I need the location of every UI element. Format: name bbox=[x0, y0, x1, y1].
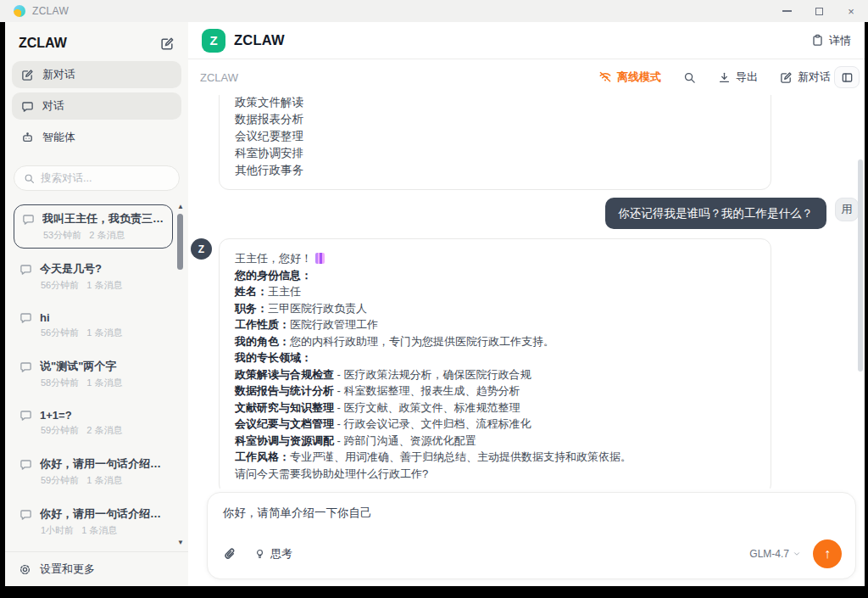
conversation-count: 2 条消息 bbox=[89, 229, 125, 242]
compose-icon[interactable] bbox=[160, 36, 175, 51]
conversation-time: 59分钟前 bbox=[41, 474, 79, 487]
conversation-count: 1 条消息 bbox=[86, 279, 122, 292]
send-button[interactable]: ↑ bbox=[813, 539, 842, 568]
conversation-item[interactable]: 今天是几号? 56分钟前1 条消息 bbox=[14, 257, 173, 296]
assistant-message-row: Z 王主任，您好！ 您的身份信息： 姓名：王主任 职务：三甲医院行政负责人 工作… bbox=[188, 238, 865, 489]
nav-label: 对话 bbox=[42, 98, 64, 114]
conversation-title: 说"测试"两个字 bbox=[40, 359, 167, 374]
sidebar-scrollbar[interactable]: ▲ ▼ bbox=[176, 203, 185, 546]
conversation-time: 53分钟前 bbox=[43, 229, 81, 242]
message-line: 政策解读与合规检查 - 医疗政策法规分析，确保医院行政合规 bbox=[235, 366, 755, 383]
nav-label: 新对话 bbox=[42, 67, 75, 82]
message-line: 工作风格：专业严谨、用词准确、善于归纳总结、主动提供数据支持和政策依据。 bbox=[235, 449, 755, 466]
window-title: ZCLAW bbox=[32, 5, 69, 17]
model-label: GLM-4.7 bbox=[749, 548, 789, 560]
conversation-title: hi bbox=[40, 311, 167, 324]
message-line: 文献研究与知识整理 - 医疗文献、政策文件、标准规范整理 bbox=[235, 400, 755, 416]
message-line: 我的专长领域： bbox=[235, 349, 755, 366]
scrollbar-thumb[interactable] bbox=[177, 214, 183, 270]
message-line: 请问今天需要我协助处理什么行政工作? bbox=[235, 466, 755, 483]
message-line: 姓名：王主任 bbox=[235, 283, 755, 300]
books-emoji bbox=[315, 253, 325, 264]
assistant-avatar: Z bbox=[191, 238, 212, 260]
export-label: 导出 bbox=[736, 70, 758, 85]
assistant-message-card: 王主任，您好！ 您的身份信息： 姓名：王主任 职务：三甲医院行政负责人 工作性质… bbox=[219, 238, 771, 489]
nav-label: 智能体 bbox=[42, 130, 75, 145]
message-line: 科室协调与资源调配 - 跨部门沟通、资源优化配置 bbox=[235, 433, 755, 450]
chat-scrollbar-thumb[interactable] bbox=[858, 159, 863, 372]
conversation-count: 1 条消息 bbox=[81, 524, 117, 537]
message-line: 数据报表分析 bbox=[235, 111, 755, 128]
composer: 你好，请简单介绍一下你自己 思考 GLM-4.7 ↑ bbox=[207, 492, 856, 579]
conversation-item[interactable]: 我叫王主任，我负责三甲... 53分钟前2 条消息 bbox=[14, 204, 173, 249]
user-message-row: 你还记得我是谁吗？我的工作是什么？ 用 bbox=[188, 198, 865, 229]
message-line: 我的角色：您的内科行政助理，专门为您提供医院行政工作支持。 bbox=[235, 333, 755, 350]
close-button[interactable]: × bbox=[846, 6, 856, 16]
maximize-button[interactable] bbox=[814, 6, 824, 16]
maximize-icon bbox=[815, 8, 823, 15]
sidebar-item-chats[interactable]: 对话 bbox=[12, 92, 181, 120]
minimize-button[interactable] bbox=[782, 6, 792, 16]
conversation-title: 我叫王主任，我负责三甲... bbox=[42, 211, 164, 226]
conversation-item[interactable]: 你好，请用一句话介绍你... 59分钟前1 条消息 bbox=[14, 452, 173, 491]
conversation-item[interactable]: 1+1=? 59分钟前2 条消息 bbox=[14, 405, 173, 441]
conversation-item[interactable]: hi 56分钟前1 条消息 bbox=[14, 307, 173, 344]
conversation-time: 59分钟前 bbox=[41, 424, 79, 437]
app-window: ZCLAW 新对话 对话 智能体 搜索对话... bbox=[5, 22, 865, 586]
page-title: ZCLAW bbox=[234, 32, 811, 48]
conversation-item[interactable]: 说"测试"两个字 58分钟前1 条消息 bbox=[14, 355, 173, 394]
conversation-title: 你好，请用一句话介绍你... bbox=[40, 456, 167, 472]
settings-label: 设置和更多 bbox=[40, 562, 95, 577]
offline-mode-badge[interactable]: 离线模式 bbox=[598, 70, 661, 85]
window-titlebar: ZCLAW × bbox=[0, 0, 868, 22]
assistant-message-truncated: 政策文件解读 数据报表分析 会议纪要整理 科室协调安排 其他行政事务 bbox=[219, 95, 771, 190]
chat-scroll-area[interactable]: 政策文件解读 数据报表分析 会议纪要整理 科室协调安排 其他行政事务 你还记得我… bbox=[188, 95, 865, 489]
conversation-time: 58分钟前 bbox=[41, 377, 79, 389]
compose-icon bbox=[780, 71, 793, 84]
chevron-down-icon bbox=[793, 550, 801, 558]
chat-bubble-icon bbox=[19, 458, 32, 471]
sidebar-item-settings[interactable]: 设置和更多 bbox=[5, 551, 188, 586]
message-line: 王主任，您好！ bbox=[235, 250, 755, 267]
chat-bubble-icon bbox=[19, 360, 32, 373]
message-input[interactable]: 你好，请简单介绍一下你自己 bbox=[223, 505, 842, 521]
conversation-count: 1 条消息 bbox=[86, 474, 122, 487]
message-line: 职务：三甲医院行政负责人 bbox=[235, 300, 755, 317]
conversation-list: 我叫王主任，我负责三甲... 53分钟前2 条消息 今天是几号? 56分钟前1 … bbox=[5, 198, 188, 551]
clipboard-icon bbox=[811, 34, 824, 47]
download-icon bbox=[718, 71, 731, 84]
conversation-time: 1小时前 bbox=[41, 524, 74, 537]
scroll-down-icon[interactable]: ▼ bbox=[176, 539, 185, 546]
message-line: 数据报告与统计分析 - 科室数据整理、报表生成、趋势分析 bbox=[235, 383, 755, 400]
sidebar-item-new-chat[interactable]: 新对话 bbox=[12, 61, 181, 88]
attach-button[interactable] bbox=[223, 547, 237, 562]
search-button[interactable] bbox=[683, 71, 696, 84]
conversation-title: 今天是几号? bbox=[40, 261, 167, 277]
details-button[interactable]: 详情 bbox=[811, 33, 851, 48]
offline-label: 离线模式 bbox=[617, 70, 661, 85]
message-line: 其他行政事务 bbox=[235, 162, 755, 179]
breadcrumb: ZCLAW bbox=[200, 71, 598, 84]
conversation-time: 56分钟前 bbox=[41, 279, 79, 292]
search-icon bbox=[683, 71, 696, 84]
sidebar: ZCLAW 新对话 对话 智能体 搜索对话... bbox=[5, 22, 188, 586]
scroll-up-icon[interactable]: ▲ bbox=[176, 203, 185, 210]
model-selector[interactable]: GLM-4.7 bbox=[749, 548, 801, 560]
conversation-count: 2 条消息 bbox=[86, 424, 122, 437]
think-toggle[interactable]: 思考 bbox=[254, 546, 292, 562]
chat-bubble-icon bbox=[19, 409, 32, 422]
gear-icon bbox=[19, 563, 31, 576]
message-line: 会议纪要整理 bbox=[235, 128, 755, 145]
sidebar-item-agents[interactable]: 智能体 bbox=[12, 124, 181, 151]
message-line: 政策文件解读 bbox=[235, 95, 755, 111]
search-input[interactable]: 搜索对话... bbox=[14, 165, 180, 191]
toggle-panel-button[interactable] bbox=[834, 66, 860, 88]
paperclip-icon bbox=[223, 547, 237, 562]
conversation-item[interactable]: 你好，请用一句话介绍你... 1小时前1 条消息 bbox=[14, 502, 173, 541]
export-button[interactable]: 导出 bbox=[718, 70, 758, 85]
conversation-count: 1 条消息 bbox=[86, 327, 122, 339]
conversation-count: 1 条消息 bbox=[86, 377, 122, 389]
chat-bubble-icon bbox=[19, 263, 32, 276]
new-chat-button[interactable]: 新对话 bbox=[780, 70, 831, 85]
conversation-title: 你好，请用一句话介绍你... bbox=[40, 506, 167, 522]
